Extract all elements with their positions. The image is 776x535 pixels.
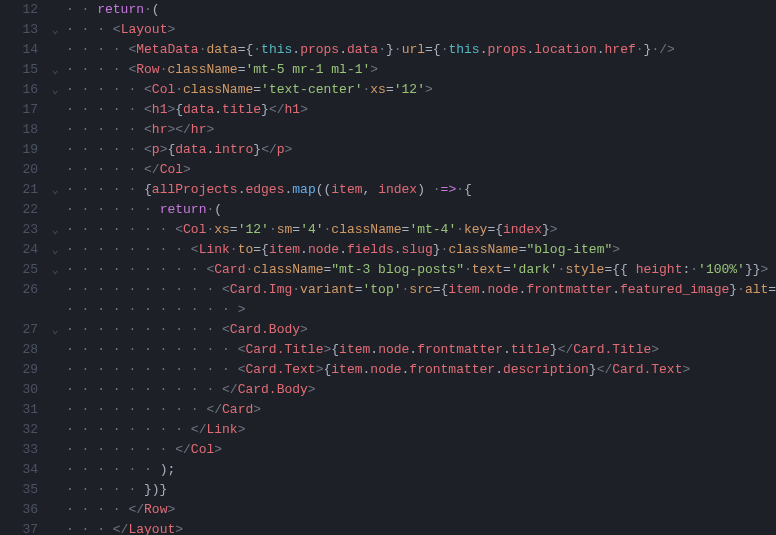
token: ={: [253, 242, 269, 257]
code-line[interactable]: · · · <Layout>: [66, 20, 776, 40]
fold-spacer: [48, 360, 62, 380]
token: "blog-item": [526, 242, 612, 257]
token: '100%': [698, 262, 745, 277]
code-line[interactable]: · · · · · · · · · · · >: [66, 300, 776, 320]
token: index: [378, 182, 417, 197]
token: description: [503, 362, 589, 377]
token: ·: [144, 2, 152, 17]
line-number: 30: [0, 380, 38, 400]
fold-toggle-icon[interactable]: ⌄: [48, 240, 62, 260]
token: <: [222, 282, 230, 297]
token: className: [253, 262, 323, 277]
fold-toggle-icon[interactable]: ⌄: [48, 80, 62, 100]
token: <: [222, 322, 230, 337]
fold-spacer: [48, 280, 62, 300]
fold-toggle-icon[interactable]: ⌄: [48, 20, 62, 40]
token: =: [355, 282, 363, 297]
code-line[interactable]: · · · · </Row>: [66, 500, 776, 520]
token: ·: [378, 42, 386, 57]
token: variant: [300, 282, 355, 297]
code-area[interactable]: · · return·(· · · <Layout>· · · · <MetaD…: [62, 0, 776, 535]
code-line[interactable]: · · · · · <Col·className='text-center'·x…: [66, 80, 776, 100]
fold-column[interactable]: ⌄⌄⌄⌄⌄⌄⌄⌄: [48, 0, 62, 535]
token: ,: [363, 182, 379, 197]
code-line[interactable]: · · · · · · · · · · · <Card.Title>{item.…: [66, 340, 776, 360]
token: 'dark': [511, 262, 558, 277]
token: .: [394, 242, 402, 257]
code-line[interactable]: · · · · · · );: [66, 460, 776, 480]
token: 'top': [363, 282, 402, 297]
token: props: [300, 42, 339, 57]
token: ·: [737, 282, 745, 297]
token: props: [487, 42, 526, 57]
token: >: [682, 362, 690, 377]
code-line[interactable]: · · · · · </Col>: [66, 160, 776, 180]
token: ·: [253, 42, 261, 57]
code-line[interactable]: · · · · · · · <Col·xs='12'·sm='4'·classN…: [66, 220, 776, 240]
token: Card: [222, 402, 253, 417]
code-line[interactable]: · · · · · · · · · · · <Card.Text>{item.n…: [66, 360, 776, 380]
code-line[interactable]: · · · · · · return·(: [66, 200, 776, 220]
fold-spacer: [48, 300, 62, 320]
code-line[interactable]: · · · · · })}: [66, 480, 776, 500]
token: }: [589, 362, 597, 377]
token: </: [222, 382, 238, 397]
code-line[interactable]: · · · · <MetaData·data={·this.props.data…: [66, 40, 776, 60]
line-number: 24: [0, 240, 38, 260]
indent-guides: · · · ·: [66, 502, 128, 517]
token: }: [261, 102, 269, 117]
indent-guides: · · · · · ·: [66, 202, 160, 217]
code-line[interactable]: · · · · · · · </Col>: [66, 440, 776, 460]
code-editor[interactable]: 1213141516171819202122232425262728293031…: [0, 0, 776, 535]
token: =: [386, 82, 394, 97]
code-line[interactable]: · · · · · <hr></hr>: [66, 120, 776, 140]
fold-toggle-icon[interactable]: ⌄: [48, 60, 62, 80]
token: Link: [206, 422, 237, 437]
token: "mt-3 blog-posts": [331, 262, 464, 277]
fold-toggle-icon[interactable]: ⌄: [48, 320, 62, 340]
token: </: [191, 422, 207, 437]
fold-spacer: [48, 500, 62, 520]
code-line[interactable]: · · · · · · · · · · </Card.Body>: [66, 380, 776, 400]
code-line[interactable]: · · · </Layout>: [66, 520, 776, 535]
token: <: [175, 222, 183, 237]
token: ={: [487, 222, 503, 237]
token: }: [253, 142, 261, 157]
token: />: [659, 42, 675, 57]
code-line[interactable]: · · return·(: [66, 0, 776, 20]
code-line[interactable]: · · · · · · · · · · <Card.Body>: [66, 320, 776, 340]
code-line[interactable]: · · · · · · · · · · <Card.Img·variant='t…: [66, 280, 776, 300]
code-line[interactable]: · · · · <Row·className='mt-5 mr-1 ml-1'>: [66, 60, 776, 80]
indent-guides: · · ·: [66, 522, 113, 535]
fold-toggle-icon[interactable]: ⌄: [48, 260, 62, 280]
token: h1: [285, 102, 301, 117]
code-line[interactable]: · · · · · {allProjects.edges.map((item, …: [66, 180, 776, 200]
line-number: 34: [0, 460, 38, 480]
token: );: [160, 462, 176, 477]
code-line[interactable]: · · · · · <h1>{data.title}</h1>: [66, 100, 776, 120]
token: allProjects: [152, 182, 238, 197]
code-line[interactable]: · · · · · · · · · </Card>: [66, 400, 776, 420]
code-line[interactable]: · · · · · · · · </Link>: [66, 420, 776, 440]
token: >: [300, 102, 308, 117]
fold-toggle-icon[interactable]: ⌄: [48, 180, 62, 200]
line-number: 25: [0, 260, 38, 280]
fold-spacer: [48, 140, 62, 160]
code-line[interactable]: · · · · · · · · <Link·to={item.node.fiel…: [66, 240, 776, 260]
token: {: [175, 102, 183, 117]
fold-spacer: [48, 40, 62, 60]
token: intro: [214, 142, 253, 157]
indent-guides: · · · · · · · ·: [66, 242, 191, 257]
code-line[interactable]: · · · · · <p>{data.intro}</p>: [66, 140, 776, 160]
code-line[interactable]: · · · · · · · · · <Card·className="mt-3 …: [66, 260, 776, 280]
token: node: [370, 362, 401, 377]
token: >: [761, 262, 769, 277]
indent-guides: · · ·: [66, 22, 113, 37]
token: style: [565, 262, 604, 277]
fold-toggle-icon[interactable]: ⌄: [48, 220, 62, 240]
token: ·: [456, 182, 464, 197]
token: Card.Body: [238, 382, 308, 397]
token: >: [550, 222, 558, 237]
token: h1: [152, 102, 168, 117]
indent-guides: · · · · · · · · · ·: [66, 382, 222, 397]
